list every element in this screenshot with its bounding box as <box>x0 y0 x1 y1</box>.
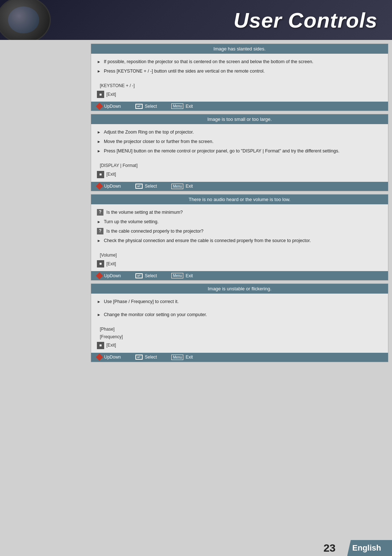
section-body-audio: ? Is the volume setting at the minimum? … <box>91 204 388 270</box>
nav-select: ↵ Select <box>135 104 157 109</box>
nav-diamond-icon <box>96 354 103 361</box>
exit-text: [Exit] <box>106 342 116 349</box>
bullet-row: ► Move the projector closer to or furthe… <box>97 138 382 145</box>
arrow-icon: ► <box>97 148 101 155</box>
menu-paths: [Phase] [Frequency] <box>97 326 382 340</box>
bullet-text: Turn up the volume setting. <box>104 218 382 225</box>
nav-select-label: Select <box>145 355 157 360</box>
nav-select: ↵ Select <box>135 273 157 278</box>
nav-bar-unstable: UpDown ↵ Select Menu Exit <box>91 353 388 362</box>
bullet-row: ► Change the monitor color setting on yo… <box>97 311 382 318</box>
exit-row: ■ [Exit] <box>97 91 382 98</box>
nav-updown-label: UpDown <box>104 184 121 189</box>
section-header-size: Image is too small or too large. <box>91 114 388 124</box>
nav-menu-label: Menu <box>171 184 183 189</box>
nav-updown: UpDown <box>97 355 121 360</box>
bullet-row: ? Is the cable connected properly to the… <box>97 228 382 235</box>
nav-exit: Menu Exit <box>171 273 193 278</box>
section-slanted: Image has slanted sides. ► If possible, … <box>91 44 388 111</box>
section-unstable: Image is unstable or flickering. ► Use [… <box>91 283 388 362</box>
arrow-icon: ► <box>97 219 101 225</box>
bullet-text: Press [KEYSTONE + / -] button until the … <box>104 68 382 75</box>
page-number: 23 <box>323 542 335 554</box>
exit-text: [Exit] <box>106 261 116 267</box>
exit-row: ■ [Exit] <box>97 171 382 178</box>
nav-menu-label: Menu <box>171 103 183 109</box>
menu-path-item: [Frequency] <box>100 333 382 340</box>
nav-exit: Menu Exit <box>171 184 193 189</box>
nav-bar-audio: UpDown ↵ Select Menu Exit <box>91 271 388 280</box>
bullet-text: Change the monitor color setting on your… <box>104 311 382 318</box>
arrow-icon: ► <box>97 68 101 75</box>
bullet-text: Adjust the Zoom Ring on the top of proje… <box>104 128 382 136</box>
language-label: English <box>352 543 381 553</box>
bullet-text: Is the volume setting at the minimum? <box>106 209 382 216</box>
nav-enter-icon: ↵ <box>135 104 143 109</box>
slash-decoration <box>339 540 347 556</box>
nav-select: ↵ Select <box>135 355 157 360</box>
nav-enter-icon: ↵ <box>135 355 143 360</box>
bullet-text: Is the cable connected properly to the p… <box>106 228 382 235</box>
bullet-row: ? Is the volume setting at the minimum? <box>97 209 382 216</box>
section-header-audio: There is no audio heard or the volume is… <box>91 195 388 204</box>
nav-exit-label: Exit <box>185 273 193 278</box>
page-header: User Controls <box>0 0 392 40</box>
menu-paths: [Volume] <box>97 252 382 259</box>
bullet-text: Press [MENU] button on the remote contro… <box>104 147 382 155</box>
menu-paths: [KEYSTONE + / -] <box>97 82 382 89</box>
nav-diamond-icon <box>96 103 103 110</box>
question-icon: ? <box>97 209 103 216</box>
footer: 23 English <box>318 540 392 556</box>
page-title: User Controls <box>233 8 377 32</box>
exit-icon: ■ <box>97 171 104 178</box>
section-body-size: ► Adjust the Zoom Ring on the top of pro… <box>91 124 388 181</box>
exit-text: [Exit] <box>106 171 116 178</box>
arrow-icon: ► <box>97 129 101 136</box>
nav-bar-slanted: UpDown ↵ Select Menu Exit <box>91 102 388 111</box>
section-size: Image is too small or too large. ► Adjus… <box>91 114 388 191</box>
section-header-slanted: Image has slanted sides. <box>91 44 388 54</box>
menu-path-item: [KEYSTONE + / -] <box>100 82 382 89</box>
nav-select: ↵ Select <box>135 184 157 189</box>
bullet-row: ► If possible, reposition the projector … <box>97 58 382 65</box>
nav-menu-label: Menu <box>171 355 183 360</box>
nav-exit-label: Exit <box>185 355 193 360</box>
nav-menu-label: Menu <box>171 273 183 278</box>
question-icon: ? <box>97 228 103 234</box>
menu-path-item: [Phase] <box>100 326 382 333</box>
exit-row: ■ [Exit] <box>97 342 382 349</box>
nav-updown-label: UpDown <box>104 104 121 109</box>
nav-diamond-icon <box>96 272 103 279</box>
lens-decoration <box>0 0 51 40</box>
bullet-row: ► Press [KEYSTONE + / -] button until th… <box>97 68 382 75</box>
exit-icon: ■ <box>97 342 104 349</box>
nav-bar-size: UpDown ↵ Select Menu Exit <box>91 182 388 191</box>
nav-enter-icon: ↵ <box>135 184 143 189</box>
bullet-text: Check the physical connection and ensure… <box>104 237 382 244</box>
nav-updown: UpDown <box>97 104 121 109</box>
bullet-text: Move the projector closer to or further … <box>104 138 382 145</box>
nav-exit: Menu Exit <box>171 355 193 360</box>
nav-updown: UpDown <box>97 184 121 189</box>
nav-exit-label: Exit <box>185 184 193 189</box>
nav-exit-label: Exit <box>185 104 193 109</box>
menu-path-item: [DISPLAY | Format] <box>100 162 382 169</box>
language-badge: English <box>347 540 392 556</box>
nav-updown: UpDown <box>97 273 121 278</box>
nav-select-label: Select <box>145 273 157 278</box>
menu-path-item: [Volume] <box>100 252 382 259</box>
bullet-row: ► Adjust the Zoom Ring on the top of pro… <box>97 128 382 136</box>
bullet-row: ► Press [MENU] button on the remote cont… <box>97 147 382 155</box>
arrow-icon: ► <box>97 59 101 65</box>
section-header-unstable: Image is unstable or flickering. <box>91 284 388 294</box>
section-body-slanted: ► If possible, reposition the projector … <box>91 54 388 101</box>
arrow-icon: ► <box>97 139 101 145</box>
exit-icon: ■ <box>97 260 104 267</box>
main-content: Image has slanted sides. ► If possible, … <box>91 40 388 387</box>
exit-row: ■ [Exit] <box>97 260 382 267</box>
exit-icon: ■ <box>97 91 104 98</box>
arrow-icon: ► <box>97 299 101 305</box>
menu-paths: [DISPLAY | Format] <box>97 162 382 169</box>
nav-updown-label: UpDown <box>104 355 121 360</box>
page-number-container: 23 <box>318 540 339 556</box>
